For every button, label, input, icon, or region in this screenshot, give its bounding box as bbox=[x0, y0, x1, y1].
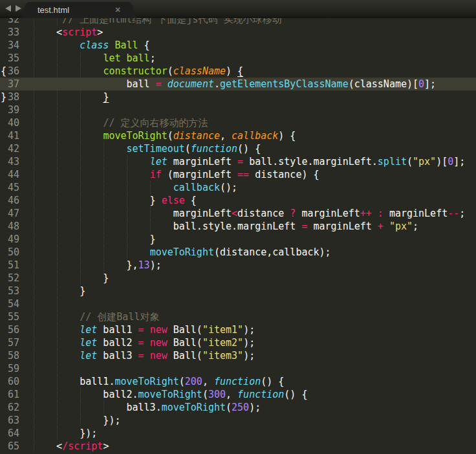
code-token: { bbox=[185, 195, 197, 206]
code-line[interactable]: 51 },13); bbox=[0, 259, 476, 272]
code-text: // 创建Ball对象 bbox=[33, 310, 159, 323]
code-token: { bbox=[237, 65, 243, 77]
code-token: ( bbox=[179, 376, 185, 387]
line-number: 36 bbox=[0, 65, 19, 78]
code-token: ball.style.marginLeft. bbox=[243, 156, 378, 168]
code-token: class bbox=[80, 39, 109, 51]
line-number: 38 bbox=[0, 91, 19, 103]
code-token: Ball( bbox=[168, 350, 202, 362]
code-text: marginLeft<distance ? marginLeft++ : mar… bbox=[33, 207, 465, 220]
code-text: moveToRight(distance, callback) { bbox=[33, 129, 296, 142]
code-line[interactable]: 53 } bbox=[0, 285, 476, 297]
code-token: }); bbox=[33, 427, 97, 439]
code-line[interactable]: 60 ball1.moveToRight(200, function() { bbox=[0, 375, 476, 388]
line-number: 52 bbox=[0, 272, 19, 285]
code-token: new bbox=[150, 350, 168, 362]
code-line[interactable]: 46 } else { bbox=[0, 194, 476, 207]
code-token: } bbox=[33, 285, 85, 297]
code-text: } bbox=[33, 91, 109, 103]
code-line[interactable]: 44 if (marginLeft == distance) { bbox=[0, 168, 476, 181]
line-number: 33 bbox=[0, 26, 19, 39]
line-number: 62 bbox=[0, 401, 19, 414]
code-token: ( bbox=[168, 130, 173, 142]
code-line[interactable]: 47 marginLeft<distance ? marginLeft++ : … bbox=[0, 207, 476, 220]
code-line[interactable]: 49 } bbox=[0, 233, 476, 246]
line-number: 51 bbox=[0, 259, 19, 272]
code-line[interactable]: 63 }); bbox=[0, 414, 476, 427]
code-text: },13); bbox=[33, 259, 162, 272]
line-number: 65 bbox=[0, 440, 19, 453]
code-line[interactable]: 33 <script> bbox=[0, 26, 476, 39]
line-number: 64 bbox=[0, 427, 19, 440]
code-token bbox=[33, 52, 103, 64]
code-line[interactable]: 32 // 上面是html结构 下面是js代码 实现小球移动 bbox=[0, 18, 476, 26]
code-line[interactable]: 35 let ball; bbox=[0, 52, 476, 65]
code-token: marginLeft bbox=[384, 208, 448, 219]
line-number: 34 bbox=[0, 39, 19, 52]
line-number: 48 bbox=[0, 220, 19, 233]
code-token: getElementsByClassName bbox=[220, 78, 349, 90]
code-token bbox=[33, 337, 80, 349]
code-token: if bbox=[150, 169, 162, 180]
code-line[interactable]: 56 let ball1 = new Ball("item1"); bbox=[0, 323, 476, 336]
code-line[interactable]: 65 </script> bbox=[0, 440, 476, 453]
code-line[interactable]: 50 moveToRight(distance,callback); bbox=[0, 246, 476, 259]
line-number: 63 bbox=[0, 414, 19, 427]
code-token: marginLeft bbox=[307, 221, 377, 232]
tab-close-icon[interactable]: × bbox=[115, 5, 120, 15]
indent-guide bbox=[34, 297, 34, 310]
code-token bbox=[33, 324, 80, 336]
code-editor[interactable]: 32 // 上面是html结构 下面是js代码 实现小球移动33 <script… bbox=[0, 18, 476, 454]
nav-back-icon[interactable] bbox=[5, 5, 11, 12]
code-line[interactable]: 54 bbox=[0, 297, 476, 310]
code-token: ball1. bbox=[33, 376, 114, 387]
line-number: 43 bbox=[0, 155, 19, 168]
code-line[interactable]: 59 bbox=[0, 362, 476, 375]
code-line[interactable]: 39 bbox=[0, 103, 476, 116]
code-line[interactable]: 41 moveToRight(distance, callback) { bbox=[0, 129, 476, 142]
code-line[interactable]: 64 }); bbox=[0, 427, 476, 440]
code-line[interactable]: 55 // 创建Ball对象 bbox=[0, 310, 476, 323]
code-token: Ball( bbox=[168, 337, 202, 349]
line-number: 56 bbox=[0, 323, 19, 336]
code-line[interactable]: 57 let ball2 = new Ball("item2"); bbox=[0, 336, 476, 349]
code-token: ); bbox=[243, 337, 255, 349]
code-line[interactable]: 48 ball.style.marginLeft = marginLeft + … bbox=[0, 220, 476, 233]
code-line[interactable]: 37 ball = document.getElementsByClassNam… bbox=[0, 78, 476, 91]
nav-forward-icon[interactable] bbox=[16, 5, 21, 12]
code-token: ]; bbox=[453, 156, 465, 168]
code-line[interactable]: 52 } bbox=[0, 272, 476, 285]
code-line[interactable]: 42 setTimeout(function() { bbox=[0, 142, 476, 155]
nav-controls bbox=[5, 5, 21, 12]
code-text: setTimeout(function() { bbox=[33, 142, 261, 155]
code-line[interactable]: 45 callback(); bbox=[0, 181, 476, 194]
line-number: 42 bbox=[0, 142, 19, 155]
code-line[interactable]: 34 class Ball { bbox=[0, 39, 476, 52]
code-line[interactable]: 61 ball2.moveToRight(300, function() { bbox=[0, 388, 476, 401]
code-line[interactable]: 40 // 定义向右移动的方法 bbox=[0, 116, 476, 129]
code-token bbox=[144, 324, 150, 336]
code-line[interactable]: {36 constructor(className) { bbox=[0, 65, 476, 78]
code-text: let ball3 = new Ball("item3"); bbox=[33, 349, 255, 362]
code-line[interactable]: 58 let ball3 = new Ball("item3"); bbox=[0, 349, 476, 362]
code-token: (className)[ bbox=[349, 78, 418, 90]
code-token bbox=[33, 311, 80, 323]
code-token: moveToRight bbox=[138, 389, 202, 400]
code-token: callback bbox=[232, 130, 278, 142]
code-token: ball2. bbox=[33, 389, 138, 400]
code-token: < bbox=[33, 440, 62, 452]
code-line[interactable]: }38 } bbox=[0, 91, 476, 103]
code-line[interactable]: 62 ball3.moveToRight(250); bbox=[0, 401, 476, 414]
code-text: callback(); bbox=[33, 181, 237, 194]
line-number: 40 bbox=[0, 116, 19, 129]
code-token: /script bbox=[62, 440, 103, 452]
code-line[interactable]: 43 let marginLeft = ball.style.marginLef… bbox=[0, 155, 476, 168]
code-token bbox=[33, 130, 103, 142]
code-token: ( bbox=[202, 389, 208, 400]
code-token: 200 bbox=[185, 376, 202, 387]
tab-test-html[interactable]: test.html × bbox=[19, 2, 142, 18]
code-token: , bbox=[220, 130, 232, 142]
line-number: 60 bbox=[0, 375, 19, 388]
line-number: 44 bbox=[0, 168, 19, 181]
code-token bbox=[144, 337, 150, 349]
